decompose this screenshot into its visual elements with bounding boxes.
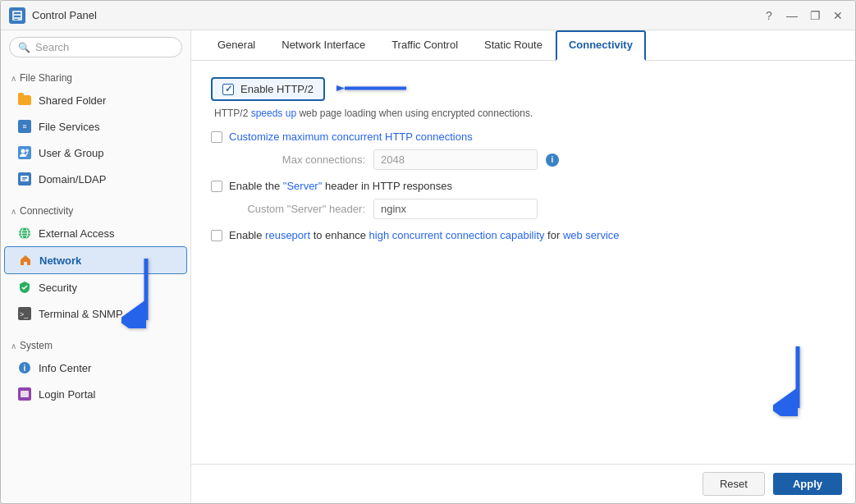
help-button[interactable]: ?	[760, 7, 778, 25]
terminal-icon: >_	[17, 306, 32, 321]
close-button[interactable]: ✕	[829, 7, 847, 25]
sidebar-label-shared-folder: Shared Folder	[39, 94, 106, 107]
section-file-sharing: ∧ File Sharing Shared Folder File Servic…	[1, 64, 190, 197]
tab-bar: General Network Interface Traffic Contro…	[191, 30, 855, 61]
http2-highlight: speeds up	[251, 108, 296, 119]
sidebar-label-security: Security	[39, 282, 77, 294]
section-header-system[interactable]: ∧ System	[1, 337, 190, 355]
shield-icon	[17, 280, 32, 295]
sidebar: 🔍 ∧ File Sharing Shared Folder	[1, 30, 191, 503]
search-input[interactable]	[35, 41, 173, 53]
tab-network-interface[interactable]: Network Interface	[268, 30, 378, 61]
reuseport-label: Enable reuseport to enhance high concurr…	[229, 229, 620, 241]
sidebar-item-info-center[interactable]: i Info Center	[1, 355, 190, 381]
reuseport-checkbox[interactable]	[211, 230, 222, 241]
svg-point-6	[25, 149, 29, 153]
server-header-label: Enable the "Server" header in HTTP respo…	[229, 180, 452, 192]
section-label-file-sharing: File Sharing	[20, 72, 72, 84]
svg-rect-2	[14, 16, 21, 17]
sidebar-label-file-services: File Services	[39, 121, 99, 133]
enable-http2-checkbox[interactable]	[222, 84, 234, 95]
max-connections-label: Max connections:	[234, 153, 365, 166]
users-icon	[17, 145, 32, 160]
sidebar-item-external-access[interactable]: External Access	[1, 220, 190, 246]
server-header-checkbox[interactable]	[211, 181, 222, 192]
http2-description: HTTP/2 speeds up web page loading when u…	[211, 108, 835, 119]
apply-button[interactable]: Apply	[773, 473, 842, 495]
svg-rect-9	[22, 177, 27, 179]
custom-server-label: Custom "Server" header:	[234, 203, 365, 215]
max-connections-input[interactable]	[373, 149, 538, 170]
titlebar: Control Panel ? — ❐ ✕	[1, 1, 855, 30]
sidebar-label-network: Network	[39, 254, 81, 267]
content-area: Enable HTTP/2 HTTP/2 speeds up web page …	[191, 61, 855, 464]
search-box: 🔍	[1, 30, 190, 64]
custom-server-row: Custom "Server" header:	[234, 199, 835, 219]
svg-point-5	[21, 149, 25, 153]
max-connections-row: Max connections: i	[234, 149, 835, 170]
house-icon	[18, 253, 33, 268]
folder-icon	[17, 93, 32, 108]
file-services-icon	[17, 119, 32, 134]
window-title: Control Panel	[32, 9, 753, 21]
app-icon	[9, 7, 25, 24]
sidebar-item-shared-folder[interactable]: Shared Folder	[1, 87, 190, 113]
svg-rect-10	[22, 180, 25, 181]
footer: Reset Apply	[191, 464, 855, 503]
domain-icon	[17, 172, 32, 186]
sidebar-label-info-center: Info Center	[39, 362, 91, 374]
customize-http-checkbox[interactable]	[211, 131, 222, 143]
tab-traffic-control[interactable]: Traffic Control	[378, 30, 471, 61]
minimize-button[interactable]: —	[783, 7, 801, 25]
section-header-file-sharing[interactable]: ∧ File Sharing	[1, 69, 190, 87]
enable-http2-label: Enable HTTP/2	[240, 83, 314, 95]
search-icon: 🔍	[18, 42, 30, 53]
arrow-left-annotation	[336, 67, 410, 111]
tab-static-route[interactable]: Static Route	[471, 30, 556, 61]
section-header-connectivity[interactable]: ∧ Connectivity	[1, 202, 190, 220]
custom-server-input[interactable]	[373, 199, 538, 219]
chevron-system-icon: ∧	[11, 341, 16, 351]
svg-text:i: i	[24, 364, 26, 373]
svg-rect-3	[14, 19, 18, 20]
sidebar-item-network[interactable]: Network	[4, 246, 187, 274]
section-label-system: System	[20, 340, 53, 351]
chevron-icon: ∧	[11, 74, 16, 83]
sidebar-item-domain-ldap[interactable]: Domain/LDAP	[1, 166, 190, 192]
reuseport-row: Enable reuseport to enhance high concurr…	[211, 229, 835, 241]
tab-connectivity[interactable]: Connectivity	[556, 30, 646, 61]
section-connectivity: ∧ Connectivity External Access Network	[1, 197, 190, 332]
maximize-button[interactable]: ❐	[806, 7, 824, 25]
body: 🔍 ∧ File Sharing Shared Folder	[1, 30, 855, 503]
section-system: ∧ System i Info Center Login Portal	[1, 332, 190, 412]
sidebar-item-user-group[interactable]: User & Group	[1, 140, 190, 166]
customize-http-label: Customize maximum concurrent HTTP connec…	[229, 131, 473, 143]
server-header-row: Enable the "Server" header in HTTP respo…	[211, 180, 835, 192]
login-icon	[17, 387, 32, 401]
main-panel: General Network Interface Traffic Contro…	[191, 30, 855, 503]
globe-icon	[17, 226, 32, 241]
sidebar-label-user-group: User & Group	[39, 147, 103, 159]
svg-rect-21	[21, 391, 29, 397]
reset-button[interactable]: Reset	[703, 472, 765, 496]
search-field-wrapper[interactable]: 🔍	[9, 37, 182, 57]
tab-general[interactable]: General	[204, 30, 268, 61]
sidebar-item-file-services[interactable]: File Services	[1, 113, 190, 140]
section-label-connectivity: Connectivity	[20, 205, 73, 217]
max-connections-info-icon[interactable]: i	[546, 153, 559, 167]
svg-rect-1	[14, 12, 21, 14]
svg-text:>_: >_	[20, 310, 29, 318]
sidebar-item-login-portal[interactable]: Login Portal	[1, 381, 190, 407]
window-controls: ? — ❐ ✕	[760, 7, 847, 25]
sidebar-label-login-portal: Login Portal	[39, 388, 95, 401]
chevron-connectivity-icon: ∧	[11, 207, 16, 216]
sidebar-item-terminal-snmp[interactable]: >_ Terminal & SNMP	[1, 300, 190, 327]
sidebar-item-security[interactable]: Security	[1, 274, 190, 300]
info-icon: i	[17, 360, 32, 375]
sidebar-label-domain-ldap: Domain/LDAP	[39, 173, 106, 186]
svg-rect-4	[18, 146, 31, 159]
control-panel-window: Control Panel ? — ❐ ✕ 🔍 ∧ File Sharing	[0, 0, 856, 504]
sidebar-label-terminal-snmp: Terminal & SNMP	[39, 308, 123, 320]
arrow-down-apply-annotation	[773, 342, 822, 419]
sidebar-label-external-access: External Access	[39, 227, 115, 240]
